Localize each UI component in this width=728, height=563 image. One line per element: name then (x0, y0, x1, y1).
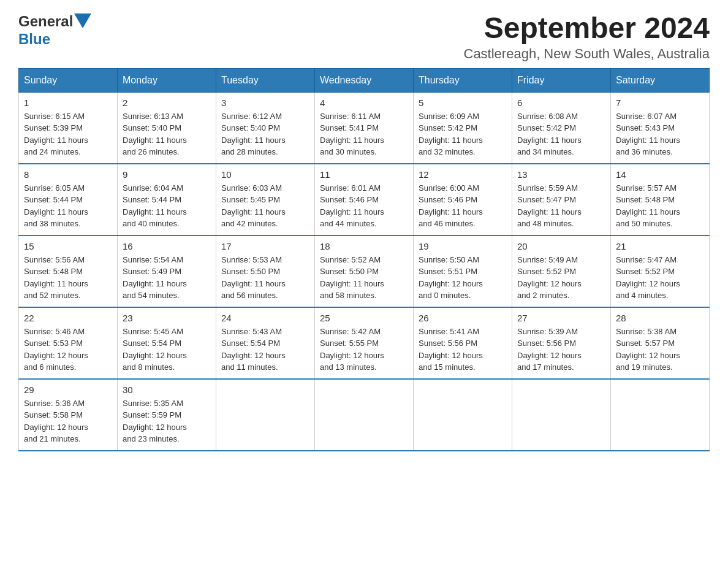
day-number: 26 (419, 313, 507, 323)
day-info: Sunrise: 5:45 AMSunset: 5:54 PMDaylight:… (123, 326, 211, 373)
calendar-cell: 23 Sunrise: 5:45 AMSunset: 5:54 PMDaylig… (118, 307, 216, 379)
day-info: Sunrise: 5:50 AMSunset: 5:51 PMDaylight:… (419, 254, 507, 302)
day-number: 23 (123, 313, 211, 323)
day-info: Sunrise: 6:08 AMSunset: 5:42 PMDaylight:… (517, 110, 605, 158)
day-number: 17 (221, 241, 309, 251)
day-info: Sunrise: 5:57 AMSunset: 5:48 PMDaylight:… (616, 182, 704, 230)
calendar-cell: 21 Sunrise: 5:47 AMSunset: 5:52 PMDaylig… (611, 236, 710, 307)
calendar-cell: 17 Sunrise: 5:53 AMSunset: 5:50 PMDaylig… (216, 236, 315, 307)
day-number: 29 (24, 385, 112, 395)
day-info: Sunrise: 5:59 AMSunset: 5:47 PMDaylight:… (517, 182, 605, 230)
calendar-cell: 7 Sunrise: 6:07 AMSunset: 5:43 PMDayligh… (611, 92, 710, 164)
day-number: 10 (221, 169, 309, 180)
day-info: Sunrise: 6:00 AMSunset: 5:46 PMDaylight:… (419, 182, 507, 230)
day-info: Sunrise: 5:53 AMSunset: 5:50 PMDaylight:… (221, 254, 309, 302)
day-number: 15 (24, 241, 112, 251)
month-title: September 2024 (464, 12, 710, 45)
calendar-header-row: Sunday Monday Tuesday Wednesday Thursday… (19, 68, 710, 92)
calendar-cell: 1 Sunrise: 6:15 AMSunset: 5:39 PMDayligh… (19, 92, 118, 164)
day-number: 30 (123, 385, 211, 395)
header-wednesday: Wednesday (315, 68, 414, 92)
header-tuesday: Tuesday (216, 68, 315, 92)
calendar-cell: 2 Sunrise: 6:13 AMSunset: 5:40 PMDayligh… (118, 92, 216, 164)
logo-general-text: General (18, 13, 73, 30)
day-number: 18 (320, 241, 408, 251)
day-info: Sunrise: 6:13 AMSunset: 5:40 PMDaylight:… (123, 110, 211, 158)
calendar-cell (216, 379, 315, 451)
day-info: Sunrise: 5:35 AMSunset: 5:59 PMDaylight:… (123, 397, 211, 445)
day-number: 11 (320, 169, 408, 180)
calendar-cell: 29 Sunrise: 5:36 AMSunset: 5:58 PMDaylig… (19, 379, 118, 451)
header-friday: Friday (512, 68, 611, 92)
day-number: 25 (320, 313, 408, 323)
day-info: Sunrise: 5:36 AMSunset: 5:58 PMDaylight:… (24, 397, 112, 445)
header-saturday: Saturday (611, 68, 710, 92)
calendar-cell: 8 Sunrise: 6:05 AMSunset: 5:44 PMDayligh… (19, 164, 118, 236)
calendar-cell: 14 Sunrise: 5:57 AMSunset: 5:48 PMDaylig… (611, 164, 710, 236)
day-info: Sunrise: 6:12 AMSunset: 5:40 PMDaylight:… (221, 110, 309, 158)
calendar-cell (512, 379, 611, 451)
day-info: Sunrise: 5:42 AMSunset: 5:55 PMDaylight:… (320, 326, 408, 373)
day-number: 12 (419, 169, 507, 180)
day-info: Sunrise: 5:52 AMSunset: 5:50 PMDaylight:… (320, 254, 408, 302)
day-info: Sunrise: 5:47 AMSunset: 5:52 PMDaylight:… (616, 254, 704, 302)
calendar-week-3: 15 Sunrise: 5:56 AMSunset: 5:48 PMDaylig… (19, 236, 710, 307)
day-number: 1 (24, 98, 112, 108)
calendar-cell: 26 Sunrise: 5:41 AMSunset: 5:56 PMDaylig… (414, 307, 512, 379)
calendar-cell: 9 Sunrise: 6:04 AMSunset: 5:44 PMDayligh… (118, 164, 216, 236)
calendar-cell: 30 Sunrise: 5:35 AMSunset: 5:59 PMDaylig… (118, 379, 216, 451)
day-info: Sunrise: 6:11 AMSunset: 5:41 PMDaylight:… (320, 110, 408, 158)
calendar-cell: 15 Sunrise: 5:56 AMSunset: 5:48 PMDaylig… (19, 236, 118, 307)
day-info: Sunrise: 6:04 AMSunset: 5:44 PMDaylight:… (123, 182, 211, 230)
day-number: 27 (517, 313, 605, 323)
day-number: 22 (24, 313, 112, 323)
day-number: 5 (419, 98, 507, 108)
day-number: 24 (221, 313, 309, 323)
calendar-cell: 22 Sunrise: 5:46 AMSunset: 5:53 PMDaylig… (19, 307, 118, 379)
day-number: 14 (616, 169, 704, 180)
day-info: Sunrise: 5:43 AMSunset: 5:54 PMDaylight:… (221, 326, 309, 373)
calendar-cell: 6 Sunrise: 6:08 AMSunset: 5:42 PMDayligh… (512, 92, 611, 164)
calendar-cell: 12 Sunrise: 6:00 AMSunset: 5:46 PMDaylig… (414, 164, 512, 236)
day-info: Sunrise: 6:15 AMSunset: 5:39 PMDaylight:… (24, 110, 112, 158)
day-number: 19 (419, 241, 507, 251)
calendar-table: Sunday Monday Tuesday Wednesday Thursday… (18, 68, 710, 451)
day-info: Sunrise: 6:05 AMSunset: 5:44 PMDaylight:… (24, 182, 112, 230)
day-info: Sunrise: 5:38 AMSunset: 5:57 PMDaylight:… (616, 326, 704, 373)
page-header: General Blue September 2024 Castlereagh,… (18, 12, 710, 62)
day-number: 8 (24, 169, 112, 180)
day-info: Sunrise: 6:01 AMSunset: 5:46 PMDaylight:… (320, 182, 408, 230)
calendar-cell (414, 379, 512, 451)
calendar-cell: 19 Sunrise: 5:50 AMSunset: 5:51 PMDaylig… (414, 236, 512, 307)
calendar-week-5: 29 Sunrise: 5:36 AMSunset: 5:58 PMDaylig… (19, 379, 710, 451)
day-info: Sunrise: 5:46 AMSunset: 5:53 PMDaylight:… (24, 326, 112, 373)
calendar-cell (315, 379, 414, 451)
title-section: September 2024 Castlereagh, New South Wa… (464, 12, 710, 62)
day-number: 7 (616, 98, 704, 108)
calendar-cell: 18 Sunrise: 5:52 AMSunset: 5:50 PMDaylig… (315, 236, 414, 307)
day-number: 4 (320, 98, 408, 108)
calendar-cell: 24 Sunrise: 5:43 AMSunset: 5:54 PMDaylig… (216, 307, 315, 379)
calendar-cell (611, 379, 710, 451)
header-sunday: Sunday (19, 68, 118, 92)
logo: General Blue (18, 12, 91, 48)
day-info: Sunrise: 5:41 AMSunset: 5:56 PMDaylight:… (419, 326, 507, 373)
svg-marker-0 (74, 13, 91, 28)
day-number: 3 (221, 98, 309, 108)
location-title: Castlereagh, New South Wales, Australia (464, 46, 710, 62)
calendar-week-2: 8 Sunrise: 6:05 AMSunset: 5:44 PMDayligh… (19, 164, 710, 236)
day-number: 13 (517, 169, 605, 180)
calendar-cell: 4 Sunrise: 6:11 AMSunset: 5:41 PMDayligh… (315, 92, 414, 164)
calendar-cell: 10 Sunrise: 6:03 AMSunset: 5:45 PMDaylig… (216, 164, 315, 236)
day-info: Sunrise: 5:56 AMSunset: 5:48 PMDaylight:… (24, 254, 112, 302)
day-number: 21 (616, 241, 704, 251)
logo-icon (74, 13, 91, 28)
calendar-cell: 20 Sunrise: 5:49 AMSunset: 5:52 PMDaylig… (512, 236, 611, 307)
day-number: 6 (517, 98, 605, 108)
header-monday: Monday (118, 68, 216, 92)
calendar-week-4: 22 Sunrise: 5:46 AMSunset: 5:53 PMDaylig… (19, 307, 710, 379)
day-info: Sunrise: 6:09 AMSunset: 5:42 PMDaylight:… (419, 110, 507, 158)
calendar-cell: 27 Sunrise: 5:39 AMSunset: 5:56 PMDaylig… (512, 307, 611, 379)
calendar-cell: 3 Sunrise: 6:12 AMSunset: 5:40 PMDayligh… (216, 92, 315, 164)
logo-blue-text: Blue (18, 31, 50, 47)
